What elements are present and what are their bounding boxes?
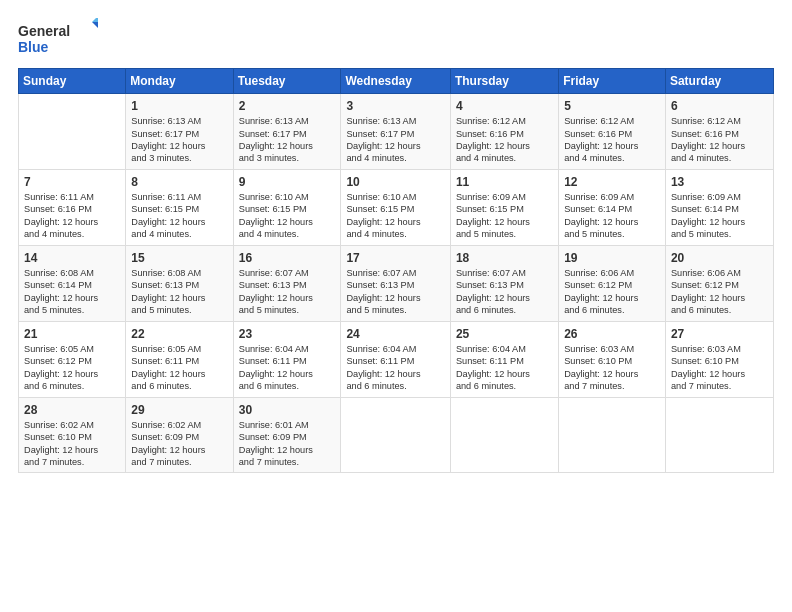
calendar-cell xyxy=(19,94,126,170)
calendar-cell: 7Sunrise: 6:11 AM Sunset: 6:16 PM Daylig… xyxy=(19,169,126,245)
day-info: Sunrise: 6:07 AM Sunset: 6:13 PM Dayligh… xyxy=(346,267,444,317)
calendar-cell xyxy=(559,397,666,473)
day-info: Sunrise: 6:12 AM Sunset: 6:16 PM Dayligh… xyxy=(671,115,768,165)
day-info: Sunrise: 6:11 AM Sunset: 6:16 PM Dayligh… xyxy=(24,191,120,241)
calendar-cell: 13Sunrise: 6:09 AM Sunset: 6:14 PM Dayli… xyxy=(665,169,773,245)
day-number: 17 xyxy=(346,250,444,266)
svg-text:General: General xyxy=(18,23,70,39)
calendar-cell: 6Sunrise: 6:12 AM Sunset: 6:16 PM Daylig… xyxy=(665,94,773,170)
day-info: Sunrise: 6:13 AM Sunset: 6:17 PM Dayligh… xyxy=(239,115,336,165)
calendar-cell: 28Sunrise: 6:02 AM Sunset: 6:10 PM Dayli… xyxy=(19,397,126,473)
day-number: 22 xyxy=(131,326,227,342)
calendar-cell: 4Sunrise: 6:12 AM Sunset: 6:16 PM Daylig… xyxy=(450,94,558,170)
day-number: 20 xyxy=(671,250,768,266)
page-header: General Blue xyxy=(18,18,774,58)
day-info: Sunrise: 6:03 AM Sunset: 6:10 PM Dayligh… xyxy=(564,343,660,393)
calendar-cell: 3Sunrise: 6:13 AM Sunset: 6:17 PM Daylig… xyxy=(341,94,450,170)
calendar-cell: 30Sunrise: 6:01 AM Sunset: 6:09 PM Dayli… xyxy=(233,397,341,473)
day-number: 14 xyxy=(24,250,120,266)
calendar-week-row: 14Sunrise: 6:08 AM Sunset: 6:14 PM Dayli… xyxy=(19,245,774,321)
calendar-cell xyxy=(341,397,450,473)
calendar-cell: 9Sunrise: 6:10 AM Sunset: 6:15 PM Daylig… xyxy=(233,169,341,245)
day-info: Sunrise: 6:05 AM Sunset: 6:11 PM Dayligh… xyxy=(131,343,227,393)
day-number: 5 xyxy=(564,98,660,114)
day-info: Sunrise: 6:06 AM Sunset: 6:12 PM Dayligh… xyxy=(671,267,768,317)
day-info: Sunrise: 6:02 AM Sunset: 6:09 PM Dayligh… xyxy=(131,419,227,469)
day-info: Sunrise: 6:13 AM Sunset: 6:17 PM Dayligh… xyxy=(346,115,444,165)
logo-svg: General Blue xyxy=(18,18,98,58)
day-info: Sunrise: 6:13 AM Sunset: 6:17 PM Dayligh… xyxy=(131,115,227,165)
day-info: Sunrise: 6:02 AM Sunset: 6:10 PM Dayligh… xyxy=(24,419,120,469)
calendar-day-header: Thursday xyxy=(450,69,558,94)
calendar-cell: 12Sunrise: 6:09 AM Sunset: 6:14 PM Dayli… xyxy=(559,169,666,245)
day-info: Sunrise: 6:11 AM Sunset: 6:15 PM Dayligh… xyxy=(131,191,227,241)
calendar-cell: 23Sunrise: 6:04 AM Sunset: 6:11 PM Dayli… xyxy=(233,321,341,397)
day-info: Sunrise: 6:12 AM Sunset: 6:16 PM Dayligh… xyxy=(456,115,553,165)
day-number: 24 xyxy=(346,326,444,342)
day-info: Sunrise: 6:04 AM Sunset: 6:11 PM Dayligh… xyxy=(456,343,553,393)
day-info: Sunrise: 6:03 AM Sunset: 6:10 PM Dayligh… xyxy=(671,343,768,393)
calendar-cell: 1Sunrise: 6:13 AM Sunset: 6:17 PM Daylig… xyxy=(126,94,233,170)
day-number: 3 xyxy=(346,98,444,114)
day-number: 23 xyxy=(239,326,336,342)
day-info: Sunrise: 6:12 AM Sunset: 6:16 PM Dayligh… xyxy=(564,115,660,165)
day-number: 11 xyxy=(456,174,553,190)
day-info: Sunrise: 6:09 AM Sunset: 6:14 PM Dayligh… xyxy=(671,191,768,241)
calendar-day-header: Saturday xyxy=(665,69,773,94)
calendar-cell: 27Sunrise: 6:03 AM Sunset: 6:10 PM Dayli… xyxy=(665,321,773,397)
calendar-day-header: Monday xyxy=(126,69,233,94)
calendar-cell: 18Sunrise: 6:07 AM Sunset: 6:13 PM Dayli… xyxy=(450,245,558,321)
calendar-week-row: 1Sunrise: 6:13 AM Sunset: 6:17 PM Daylig… xyxy=(19,94,774,170)
calendar-cell: 10Sunrise: 6:10 AM Sunset: 6:15 PM Dayli… xyxy=(341,169,450,245)
calendar-day-header: Tuesday xyxy=(233,69,341,94)
day-number: 13 xyxy=(671,174,768,190)
calendar-table: SundayMondayTuesdayWednesdayThursdayFrid… xyxy=(18,68,774,473)
calendar-cell: 20Sunrise: 6:06 AM Sunset: 6:12 PM Dayli… xyxy=(665,245,773,321)
svg-text:Blue: Blue xyxy=(18,39,49,55)
day-number: 28 xyxy=(24,402,120,418)
calendar-day-header: Wednesday xyxy=(341,69,450,94)
day-number: 12 xyxy=(564,174,660,190)
calendar-cell: 17Sunrise: 6:07 AM Sunset: 6:13 PM Dayli… xyxy=(341,245,450,321)
day-info: Sunrise: 6:06 AM Sunset: 6:12 PM Dayligh… xyxy=(564,267,660,317)
day-info: Sunrise: 6:01 AM Sunset: 6:09 PM Dayligh… xyxy=(239,419,336,469)
calendar-header-row: SundayMondayTuesdayWednesdayThursdayFrid… xyxy=(19,69,774,94)
day-number: 8 xyxy=(131,174,227,190)
day-info: Sunrise: 6:08 AM Sunset: 6:13 PM Dayligh… xyxy=(131,267,227,317)
calendar-cell xyxy=(450,397,558,473)
day-info: Sunrise: 6:04 AM Sunset: 6:11 PM Dayligh… xyxy=(346,343,444,393)
day-info: Sunrise: 6:07 AM Sunset: 6:13 PM Dayligh… xyxy=(456,267,553,317)
calendar-cell: 24Sunrise: 6:04 AM Sunset: 6:11 PM Dayli… xyxy=(341,321,450,397)
calendar-cell: 5Sunrise: 6:12 AM Sunset: 6:16 PM Daylig… xyxy=(559,94,666,170)
calendar-cell: 8Sunrise: 6:11 AM Sunset: 6:15 PM Daylig… xyxy=(126,169,233,245)
day-number: 27 xyxy=(671,326,768,342)
calendar-week-row: 28Sunrise: 6:02 AM Sunset: 6:10 PM Dayli… xyxy=(19,397,774,473)
calendar-cell: 26Sunrise: 6:03 AM Sunset: 6:10 PM Dayli… xyxy=(559,321,666,397)
calendar-cell: 16Sunrise: 6:07 AM Sunset: 6:13 PM Dayli… xyxy=(233,245,341,321)
day-number: 29 xyxy=(131,402,227,418)
day-number: 6 xyxy=(671,98,768,114)
day-info: Sunrise: 6:04 AM Sunset: 6:11 PM Dayligh… xyxy=(239,343,336,393)
calendar-cell: 2Sunrise: 6:13 AM Sunset: 6:17 PM Daylig… xyxy=(233,94,341,170)
day-number: 21 xyxy=(24,326,120,342)
day-number: 10 xyxy=(346,174,444,190)
logo: General Blue xyxy=(18,18,98,58)
day-info: Sunrise: 6:05 AM Sunset: 6:12 PM Dayligh… xyxy=(24,343,120,393)
calendar-cell: 25Sunrise: 6:04 AM Sunset: 6:11 PM Dayli… xyxy=(450,321,558,397)
day-number: 18 xyxy=(456,250,553,266)
calendar-cell: 21Sunrise: 6:05 AM Sunset: 6:12 PM Dayli… xyxy=(19,321,126,397)
calendar-week-row: 21Sunrise: 6:05 AM Sunset: 6:12 PM Dayli… xyxy=(19,321,774,397)
calendar-cell: 22Sunrise: 6:05 AM Sunset: 6:11 PM Dayli… xyxy=(126,321,233,397)
svg-marker-3 xyxy=(92,18,98,22)
calendar-week-row: 7Sunrise: 6:11 AM Sunset: 6:16 PM Daylig… xyxy=(19,169,774,245)
day-number: 1 xyxy=(131,98,227,114)
day-number: 2 xyxy=(239,98,336,114)
day-info: Sunrise: 6:10 AM Sunset: 6:15 PM Dayligh… xyxy=(346,191,444,241)
day-info: Sunrise: 6:09 AM Sunset: 6:14 PM Dayligh… xyxy=(564,191,660,241)
calendar-cell: 11Sunrise: 6:09 AM Sunset: 6:15 PM Dayli… xyxy=(450,169,558,245)
calendar-cell: 29Sunrise: 6:02 AM Sunset: 6:09 PM Dayli… xyxy=(126,397,233,473)
day-number: 4 xyxy=(456,98,553,114)
day-number: 7 xyxy=(24,174,120,190)
calendar-cell xyxy=(665,397,773,473)
svg-marker-2 xyxy=(92,22,98,28)
